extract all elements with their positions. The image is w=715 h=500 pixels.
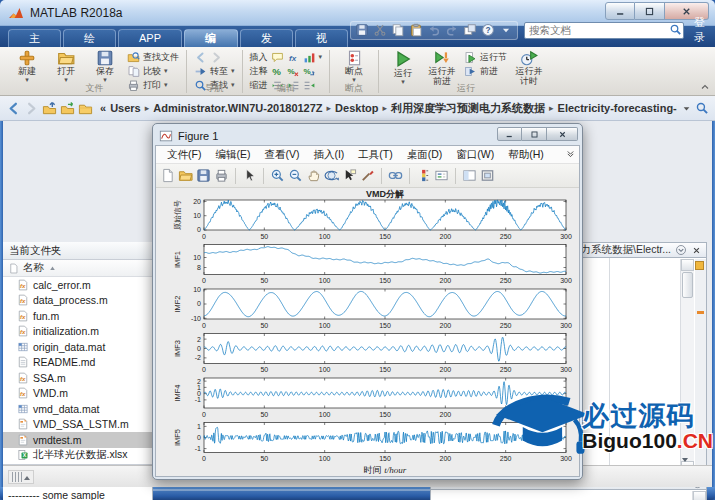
file-row[interactable]: fxVMD.m <box>3 386 152 402</box>
nav-back-icon[interactable] <box>194 51 207 64</box>
lower-pane-scrollbar[interactable] <box>692 491 706 500</box>
ribbon-collapse-icon[interactable] <box>699 81 711 93</box>
figure-titlebar[interactable]: Figure 1 <box>155 126 580 145</box>
breadcrumb-segment[interactable]: 利用深度学习预测电力系统数据 <box>391 101 545 116</box>
tab-publish[interactable]: 发布 <box>240 29 293 47</box>
status-details-toggle[interactable] <box>8 470 34 484</box>
file-row[interactable]: fxfun.m <box>3 308 152 324</box>
file-row[interactable]: VMD_SSA_LSTM.m <box>3 417 152 433</box>
pan-hand-icon[interactable] <box>306 168 321 183</box>
back-icon[interactable] <box>6 101 21 116</box>
help-icon[interactable]: ? <box>480 22 496 38</box>
file-row[interactable]: README.md <box>3 355 152 371</box>
pointer-icon[interactable] <box>242 168 257 183</box>
comment-percent-icon[interactable]: % <box>271 65 284 78</box>
figure-menu-window[interactable]: 窗口(W) <box>449 148 501 162</box>
run-button[interactable]: 运行▾ <box>386 49 420 85</box>
zoom-in-icon[interactable] <box>270 168 285 183</box>
scroll-up-button[interactable] <box>681 259 694 271</box>
advance-button[interactable]: 前进 <box>464 65 507 77</box>
figure-menu-help[interactable]: 帮助(H) <box>501 148 551 162</box>
dock-figure-icon[interactable] <box>480 168 495 183</box>
tab-plots[interactable]: 绘图 <box>63 29 116 47</box>
login-button[interactable]: 登录 <box>690 15 709 45</box>
breadcrumb-separator-icon[interactable]: ▸ <box>145 103 150 113</box>
editor-tab-menu-icon[interactable] <box>675 244 687 256</box>
insert-comment-bubble-icon[interactable] <box>271 51 284 64</box>
figure-menu-tools[interactable]: 工具(T) <box>351 148 399 162</box>
file-row[interactable]: fxcalc_error.m <box>3 277 152 293</box>
name-column-header[interactable]: 名称 <box>3 260 152 277</box>
open-folder-icon[interactable] <box>178 168 193 183</box>
wrap-comment-icon[interactable]: % <box>303 65 316 78</box>
nav-forward-icon[interactable] <box>210 51 223 64</box>
figure-minimize-button[interactable] <box>497 127 522 141</box>
breadcrumb-segment[interactable]: Administrator.WIN7U-20180127Z <box>153 102 322 114</box>
insert-chart-icon[interactable] <box>303 51 316 64</box>
figure-menu-desktop[interactable]: 桌面(D) <box>400 148 450 162</box>
breakpoints-button[interactable]: 断点▾ <box>337 49 371 83</box>
scrollbar-thumb[interactable] <box>682 272 693 298</box>
legend-icon[interactable] <box>434 168 449 183</box>
doc-search-input[interactable] <box>524 22 684 39</box>
zoom-out-icon[interactable] <box>288 168 303 183</box>
open-button[interactable]: 打开▾ <box>49 49 83 83</box>
menu-overflow-icon[interactable] <box>565 148 576 159</box>
run-section-button[interactable]: 运行节 <box>464 51 507 63</box>
save-button[interactable]: 保存▾ <box>88 49 122 83</box>
file-row[interactable]: fxdata_process.m <box>3 293 152 309</box>
save-icon[interactable] <box>354 22 370 38</box>
file-row[interactable]: vmdtest.m <box>3 432 152 448</box>
compare-button[interactable]: 比较▾ <box>127 65 179 77</box>
file-row[interactable]: fxSSA.m <box>3 370 152 386</box>
tab-view[interactable]: 视图 <box>295 29 348 47</box>
new-button[interactable]: 新建▾ <box>10 49 44 83</box>
forward-icon[interactable] <box>24 101 39 116</box>
save-icon[interactable] <box>196 168 211 183</box>
tab-apps[interactable]: APP <box>118 29 182 47</box>
file-row[interactable]: X北半球光伏数据.xlsx <box>3 448 152 464</box>
breadcrumb-segment[interactable]: Users <box>110 102 141 114</box>
insert-fx-icon[interactable]: fx <box>287 51 300 64</box>
goto-button[interactable]: 转至▾ <box>194 65 235 77</box>
switch-windows-icon[interactable] <box>462 22 478 38</box>
cut-icon[interactable] <box>372 22 388 38</box>
path-dropdown-icon[interactable] <box>680 102 693 115</box>
figure-menu-file[interactable]: 文件(F) <box>160 148 208 162</box>
up-one-level-icon[interactable] <box>42 101 57 116</box>
dock-left-icon[interactable] <box>462 168 477 183</box>
current-folder-title[interactable]: 当前文件夹 <box>3 242 152 260</box>
new-doc-icon[interactable] <box>160 168 175 183</box>
uncomment-icon[interactable]: % <box>287 65 300 78</box>
figure-menu-insert[interactable]: 插入(I) <box>306 148 351 162</box>
colorbar-icon[interactable] <box>416 168 431 183</box>
data-cursor-icon[interactable] <box>342 168 357 183</box>
editor-tab-close-icon[interactable] <box>691 245 702 256</box>
redo-icon[interactable] <box>444 22 460 38</box>
browse-folder-icon[interactable] <box>60 101 75 116</box>
brush-icon[interactable] <box>360 168 375 183</box>
message-indicator-icon[interactable] <box>695 261 704 270</box>
breadcrumb[interactable]: «Users▸Administrator.WIN7U-20180127Z▸Des… <box>100 101 677 116</box>
print-icon[interactable] <box>214 168 229 183</box>
lower-pane-body[interactable] <box>430 490 707 500</box>
scroll-up-button[interactable] <box>693 491 706 500</box>
file-row[interactable]: origin_data.mat <box>3 339 152 355</box>
tab-home[interactable]: 主页 <box>8 29 61 47</box>
folder-search-icon[interactable] <box>695 101 709 115</box>
figure-close-button[interactable] <box>547 127 578 141</box>
search-icon[interactable] <box>669 23 682 36</box>
tab-editor[interactable]: 编辑器 <box>184 29 238 47</box>
link-plot-icon[interactable] <box>388 168 403 183</box>
paste-icon[interactable] <box>408 22 424 38</box>
breadcrumb-separator-icon[interactable]: ▸ <box>383 103 388 113</box>
breadcrumb-segment[interactable]: Electricity-forecasting-main <box>558 102 677 114</box>
undo-icon[interactable] <box>426 22 442 38</box>
file-row[interactable]: fxinitialization.m <box>3 324 152 340</box>
breadcrumb-separator-icon[interactable]: ▸ <box>327 103 332 113</box>
file-row[interactable]: vmd_data.mat <box>3 401 152 417</box>
copy-icon[interactable] <box>390 22 406 38</box>
warning-marker[interactable] <box>697 311 704 314</box>
figure-menu-view[interactable]: 查看(V) <box>257 148 306 162</box>
find-files-button[interactable]: 查找文件 <box>127 51 179 63</box>
